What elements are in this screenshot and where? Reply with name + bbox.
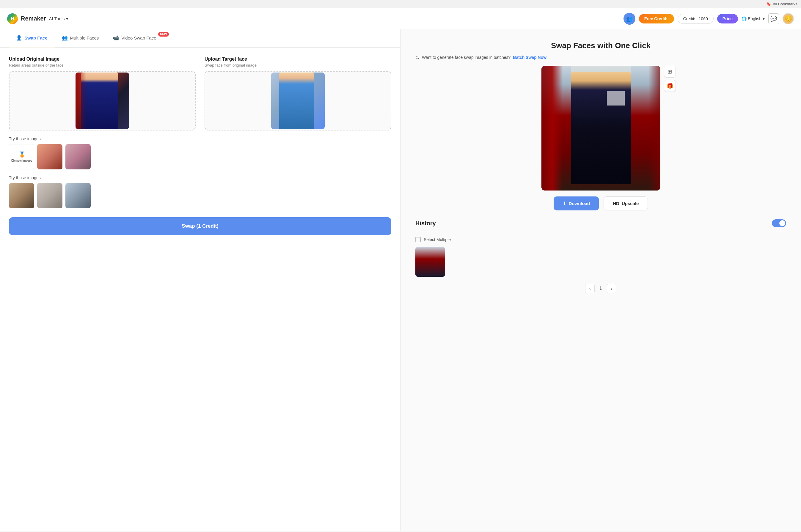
next-page-button[interactable]: › <box>607 284 616 293</box>
globe-icon: 🌐 <box>742 16 747 21</box>
try-original-thumb-1[interactable] <box>37 144 62 169</box>
try-target-label: Try those images <box>9 175 391 180</box>
credits-button[interactable]: Credits: 1060 <box>677 14 713 24</box>
notification-icon: 💬 <box>770 16 777 22</box>
compare-icon-button[interactable]: ⊞ <box>664 66 676 78</box>
select-multiple-label: Select Multiple <box>424 237 451 242</box>
price-label: Price <box>723 16 733 21</box>
bookmarks-label: All Bookmarks <box>773 2 797 6</box>
try-original-images: 🏅 Olympic images <box>9 144 391 169</box>
olympic-thumb[interactable]: 🏅 Olympic images <box>9 144 34 169</box>
divider <box>415 232 786 232</box>
swap-button-area: Swap (1 Credit) <box>0 208 400 235</box>
right-panel: Swap Faces with One Click 🗂 Want to gene… <box>400 29 801 531</box>
app-name: Remaker <box>21 15 46 22</box>
tab-swap-face[interactable]: 👤 Swap Face <box>9 29 55 47</box>
tab-swap-face-label: Swap Face <box>24 35 48 40</box>
try-target-thumb-1[interactable] <box>9 183 34 208</box>
swap-face-icon: 👤 <box>16 35 22 41</box>
language-button[interactable]: 🌐 English ▾ <box>742 16 765 21</box>
multiple-faces-icon: 👥 <box>62 35 68 41</box>
video-swap-icon: 📹 <box>113 35 119 41</box>
side-icons: ⊞ 🎁 <box>664 66 676 92</box>
avatar-icon: 😊 <box>785 15 792 22</box>
olympic-label: Olympic images <box>11 159 32 163</box>
upload-original-box[interactable] <box>9 71 195 131</box>
try-original-thumb-2[interactable] <box>66 144 91 169</box>
compare-icon: ⊞ <box>668 68 672 75</box>
upload-original-sublabel: Retain areas outside of the face <box>9 63 195 68</box>
language-label: English <box>748 16 761 21</box>
price-button[interactable]: Price <box>717 14 738 23</box>
chevron-down-icon: ▾ <box>66 16 68 21</box>
try-original-label: Try those images <box>9 136 391 141</box>
layers-icon: 🗂 <box>415 55 420 60</box>
history-thumbs <box>415 247 786 277</box>
try-original-section: Try those images 🏅 Olympic images <box>0 131 400 169</box>
ai-tools-label: AI Tools <box>49 16 65 21</box>
history-header: History <box>415 219 786 227</box>
free-credits-label: Free Credits <box>644 16 669 21</box>
upload-original-label: Upload Original Image <box>9 56 195 62</box>
logo-icon: R <box>7 13 18 24</box>
notification-button[interactable]: 💬 <box>768 13 779 24</box>
free-credits-button[interactable]: Free Credits <box>639 14 674 23</box>
pagination: ‹ 1 › <box>415 284 786 293</box>
history-title: History <box>415 220 436 227</box>
try-target-section: Try those images <box>0 169 400 208</box>
try-target-images <box>9 183 391 208</box>
group-icon: 👥 <box>626 16 633 22</box>
credits-label: Credits: 1060 <box>683 16 708 21</box>
download-label: Download <box>569 201 590 206</box>
upload-target-col: Upload Target face Swap face from origin… <box>205 56 391 131</box>
hd-icon: HD <box>613 201 619 206</box>
history-toggle[interactable] <box>772 219 786 227</box>
browser-bar: 🔖 All Bookmarks <box>0 0 801 8</box>
action-buttons: ⬇ Download HD Upscale <box>415 196 786 210</box>
tab-multiple-faces[interactable]: 👥 Multiple Faces <box>55 29 106 47</box>
try-target-thumb-3[interactable] <box>66 183 91 208</box>
download-icon: ⬇ <box>562 201 566 206</box>
upload-original-col: Upload Original Image Retain areas outsi… <box>9 56 195 131</box>
upload-target-label: Upload Target face <box>205 56 391 62</box>
prev-page-button[interactable]: ‹ <box>585 284 595 293</box>
tab-video-swap[interactable]: 📹 Video Swap Face NEW <box>106 29 167 47</box>
download-button[interactable]: ⬇ Download <box>554 196 599 210</box>
left-panel: 👤 Swap Face 👥 Multiple Faces 📹 Video Swa… <box>0 29 400 531</box>
history-section: History Select Multiple ‹ 1 › <box>415 219 786 293</box>
upload-target-box[interactable] <box>205 71 391 131</box>
batch-notice: 🗂 Want to generate face swap images in b… <box>415 55 786 60</box>
upload-target-sublabel: Swap face from original image <box>205 63 391 68</box>
tab-multiple-faces-label: Multiple Faces <box>70 35 99 40</box>
logo-area: R Remaker AI Tools ▾ <box>7 13 68 24</box>
upload-section: Upload Original Image Retain areas outsi… <box>0 48 400 131</box>
gift-icon: 🎁 <box>667 83 673 89</box>
app-header: R Remaker AI Tools ▾ 👥 Free Credits Cred… <box>0 8 801 29</box>
result-title: Swap Faces with One Click <box>415 41 786 50</box>
batch-swap-link[interactable]: Batch Swap Now <box>513 55 546 60</box>
header-right: 👥 Free Credits Credits: 1060 Price 🌐 Eng… <box>623 13 794 25</box>
result-image-wrapper: ⊞ 🎁 <box>541 66 660 191</box>
swap-button-label: Swap (1 Credit) <box>182 223 219 229</box>
select-multiple: Select Multiple <box>415 237 786 242</box>
tabs: 👤 Swap Face 👥 Multiple Faces 📹 Video Swa… <box>0 29 400 48</box>
bookmark-icon: 🔖 <box>766 2 771 6</box>
try-target-thumb-2[interactable] <box>37 183 62 208</box>
main-layout: 👤 Swap Face 👥 Multiple Faces 📹 Video Swa… <box>0 29 801 531</box>
chevron-down-icon: ▾ <box>763 16 765 21</box>
history-item[interactable] <box>415 247 445 277</box>
tab-video-swap-label: Video Swap Face <box>121 35 156 40</box>
next-icon: › <box>611 286 612 291</box>
group-icon-button[interactable]: 👥 <box>623 13 635 25</box>
prev-icon: ‹ <box>589 286 591 291</box>
avatar-button[interactable]: 😊 <box>783 13 794 24</box>
new-badge: NEW <box>158 32 169 37</box>
upscale-label: Upscale <box>622 201 639 206</box>
ai-tools-button[interactable]: AI Tools ▾ <box>49 16 68 21</box>
olympic-rings-icon: 🏅 <box>19 151 25 158</box>
result-image <box>541 66 660 191</box>
share-gift-button[interactable]: 🎁 <box>664 80 676 92</box>
swap-button[interactable]: Swap (1 Credit) <box>9 217 391 235</box>
upscale-button[interactable]: HD Upscale <box>603 196 648 210</box>
select-multiple-checkbox[interactable] <box>415 237 421 242</box>
